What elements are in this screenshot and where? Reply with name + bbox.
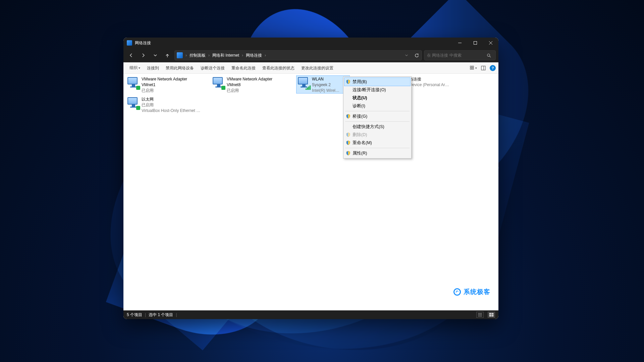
rename-connection-button[interactable]: 重命名此连接 xyxy=(228,62,259,74)
adapter-name: VMware Network Adapter xyxy=(142,76,187,82)
ctx-disable[interactable]: 禁用(B) xyxy=(344,78,410,86)
shield-icon xyxy=(346,114,351,119)
adapter-status: 已启用 xyxy=(142,102,200,108)
back-button[interactable] xyxy=(126,50,136,60)
navigation-row: › 控制面板 › 网络和 Internet › 网络连接 › xyxy=(123,48,498,62)
svg-line-6 xyxy=(489,56,491,57)
breadcrumb-control-panel[interactable]: 控制面板 xyxy=(189,53,206,58)
minimize-button[interactable] xyxy=(452,38,468,48)
svg-rect-8 xyxy=(472,66,474,67)
preview-pane-button[interactable] xyxy=(479,64,488,72)
adapter-name: WLAN xyxy=(312,76,339,82)
ctx-label: 重命名(M) xyxy=(353,140,408,146)
ctx-label: 诊断(I) xyxy=(353,103,408,109)
recent-locations-button[interactable] xyxy=(150,50,160,60)
context-menu: 禁用(B) 连接/断开连接(O) 状态(U) 诊断(I) 桥接(G) xyxy=(343,76,412,159)
svg-point-5 xyxy=(487,54,489,56)
diagnose-button[interactable]: 诊断这个连接 xyxy=(197,62,228,74)
adapter-list[interactable]: VMware Network Adapter VMnet1 已启用 VMware… xyxy=(123,74,498,310)
network-connections-window: 网络连接 › 控制面板 › 网络和 Internet › 网络连接 › xyxy=(123,38,498,319)
ctx-label: 桥接(G) xyxy=(353,114,408,119)
search-input[interactable] xyxy=(427,53,485,58)
address-bar[interactable]: › 控制面板 › 网络和 Internet › 网络连接 › xyxy=(174,50,422,60)
adapter-subname: VMnet1 xyxy=(142,82,187,88)
help-button[interactable]: ? xyxy=(490,65,496,71)
shield-icon xyxy=(346,132,351,137)
up-button[interactable] xyxy=(162,50,172,60)
refresh-button[interactable] xyxy=(412,51,422,60)
tiles-view-button[interactable] xyxy=(488,312,495,318)
search-box[interactable] xyxy=(424,50,496,60)
ctx-connect-disconnect[interactable]: 连接/断开连接(O) xyxy=(344,86,410,94)
details-view-button[interactable] xyxy=(476,312,484,318)
maximize-button[interactable] xyxy=(468,38,483,48)
status-separator: | xyxy=(145,312,146,317)
ctx-diagnose[interactable]: 诊断(I) xyxy=(344,102,410,110)
control-panel-icon xyxy=(177,52,183,58)
wifi-adapter-icon xyxy=(298,77,310,89)
ctx-rename[interactable]: 重命名(M) xyxy=(344,139,410,147)
adapter-vmnet1[interactable]: VMware Network Adapter VMnet1 已启用 xyxy=(126,76,210,96)
network-adapter-icon xyxy=(127,97,140,109)
shield-icon xyxy=(346,151,351,156)
breadcrumb-network-internet[interactable]: 网络和 Internet xyxy=(212,53,240,58)
ctx-label: 连接/断开连接(O) xyxy=(353,87,408,93)
status-bar: 5 个项目 | 选中 1 个项目 | xyxy=(123,310,498,319)
breadcrumb-separator: › xyxy=(185,53,187,58)
status-item-count: 5 个项目 xyxy=(127,312,142,318)
ctx-label: 属性(R) xyxy=(353,150,408,156)
svg-rect-9 xyxy=(470,68,472,69)
svg-rect-17 xyxy=(492,313,493,314)
svg-rect-1 xyxy=(474,42,477,45)
shield-icon xyxy=(346,140,351,145)
svg-rect-18 xyxy=(489,315,491,316)
network-adapter-icon xyxy=(127,77,140,89)
adapter-network: Sysgeek 2 xyxy=(312,82,339,88)
ctx-delete: 删除(D) xyxy=(344,131,410,139)
ctx-bridge[interactable]: 桥接(G) xyxy=(344,112,410,120)
change-settings-button[interactable]: 更改此连接的设置 xyxy=(298,62,337,74)
adapter-device: VirtualBox Host-Only Ethernet … xyxy=(142,108,200,114)
status-separator: | xyxy=(176,312,177,317)
connect-to-button[interactable]: 连接到 xyxy=(144,62,162,74)
disable-device-button[interactable]: 禁用此网络设备 xyxy=(162,62,197,74)
window-title: 网络连接 xyxy=(135,40,151,46)
ctx-create-shortcut[interactable]: 创建快捷方式(S) xyxy=(344,123,410,131)
ctx-label: 状态(U) xyxy=(353,95,408,101)
breadcrumb-separator: › xyxy=(264,53,267,58)
command-bar: 组织 连接到 禁用此网络设备 诊断这个连接 重命名此连接 查看此连接的状态 更改… xyxy=(123,62,498,74)
window-icon xyxy=(127,40,132,46)
titlebar[interactable]: 网络连接 xyxy=(123,38,498,48)
view-options-button[interactable]: ▾ xyxy=(469,64,478,72)
adapter-ethernet[interactable]: 以太网 已启用 VirtualBox Host-Only Ethernet … xyxy=(126,96,210,116)
ctx-properties[interactable]: 属性(R) xyxy=(344,149,410,157)
ctx-status[interactable]: 状态(U) xyxy=(344,94,410,102)
ctx-label: 删除(D) xyxy=(353,132,408,138)
breadcrumb-separator: › xyxy=(208,53,210,58)
status-selected-count: 选中 1 个项目 xyxy=(149,312,173,318)
adapter-wlan[interactable]: WLAN Sysgeek 2 Intel(R) Wirel… xyxy=(297,76,350,93)
search-icon[interactable] xyxy=(485,53,493,58)
svg-rect-19 xyxy=(492,315,493,316)
watermark-text: 系统极客 xyxy=(464,288,490,296)
close-button[interactable] xyxy=(483,38,498,48)
adapter-status: 已启用 xyxy=(142,88,187,94)
svg-rect-7 xyxy=(470,66,472,67)
breadcrumb-separator: › xyxy=(241,53,244,58)
adapter-subname: VMnet8 xyxy=(227,82,272,88)
breadcrumb-network-connections[interactable]: 网络连接 xyxy=(245,53,263,58)
forward-button[interactable] xyxy=(138,50,148,60)
adapter-status: 已启用 xyxy=(227,88,272,94)
ctx-label: 禁用(B) xyxy=(353,79,408,85)
watermark: 系统极客 xyxy=(453,288,490,296)
address-history-button[interactable] xyxy=(401,51,412,60)
watermark-icon xyxy=(453,288,461,296)
adapter-name: 以太网 xyxy=(142,97,200,102)
adapter-vmnet8[interactable]: VMware Network Adapter VMnet8 已启用 xyxy=(211,76,295,96)
adapter-device: Intel(R) Wirel… xyxy=(312,88,339,94)
adapter-name: VMware Network Adapter xyxy=(227,76,272,82)
shield-icon xyxy=(346,79,351,84)
organize-menu[interactable]: 组织 xyxy=(126,62,144,74)
svg-rect-16 xyxy=(489,313,491,314)
view-status-button[interactable]: 查看此连接的状态 xyxy=(259,62,298,74)
